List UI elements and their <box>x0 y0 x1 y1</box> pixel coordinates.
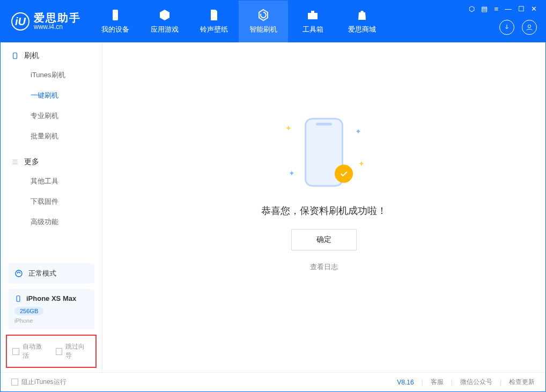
close-button[interactable]: ✕ <box>531 5 537 13</box>
checkbox-block-itunes[interactable]: 阻止iTunes运行 <box>11 378 67 387</box>
phone-small-icon <box>14 295 22 302</box>
nav-label: 爱思商城 <box>348 25 376 34</box>
sidebar-item-download-firmware[interactable]: 下载固件 <box>1 191 102 212</box>
menu-icon[interactable]: ≡ <box>494 5 498 13</box>
main-content: ✦ ✦ ✦ ✦ 恭喜您，保资料刷机成功啦！ 确定 查看日志 <box>102 42 545 373</box>
nav-toolbox[interactable]: 工具箱 <box>288 1 337 42</box>
wechat-link[interactable]: 微信公众号 <box>460 378 492 387</box>
sidebar-item-batch-flash[interactable]: 批量刷机 <box>1 126 102 146</box>
svg-point-3 <box>16 270 22 277</box>
music-file-icon <box>208 9 220 21</box>
checkbox-label: 阻止iTunes运行 <box>21 378 67 387</box>
bag-icon <box>356 9 368 21</box>
account-button[interactable] <box>522 20 537 35</box>
sparkle-icon: ✦ <box>289 169 295 177</box>
app-header: iU 爱思助手 www.i4.cn 我的设备 应用游戏 铃声壁纸 智能刷机 工具… <box>1 1 545 42</box>
list-icon <box>11 158 19 166</box>
check-badge-icon <box>335 165 353 183</box>
sidebar: 刷机 iTunes刷机 一键刷机 专业刷机 批量刷机 更多 其他工具 下载固件 … <box>1 42 102 373</box>
view-log-link[interactable]: 查看日志 <box>310 262 338 272</box>
window-controls: ⬡ ▤ ≡ — ☐ ✕ <box>469 1 537 13</box>
ok-button[interactable]: 确定 <box>291 229 357 250</box>
nav-label: 应用游戏 <box>151 25 179 34</box>
highlight-options: 自动激活 跳过向导 <box>6 335 97 368</box>
phone-icon <box>109 9 122 21</box>
checkbox-skip-guide[interactable]: 跳过向导 <box>56 342 91 360</box>
footer: 阻止iTunes运行 V8.16 | 客服 | 微信公众号 | 检查更新 <box>1 372 545 391</box>
nav-smart-flash[interactable]: 智能刷机 <box>239 1 288 42</box>
svg-rect-2 <box>13 53 17 59</box>
checkbox-icon <box>56 348 63 355</box>
sidebar-section-more: 更多 <box>1 157 102 171</box>
nav-store[interactable]: 爱思商城 <box>337 1 387 42</box>
download-button[interactable] <box>499 20 514 35</box>
checkbox-label: 跳过向导 <box>65 342 90 360</box>
sidebar-item-itunes-flash[interactable]: iTunes刷机 <box>1 65 102 85</box>
toolbox-icon <box>306 9 319 21</box>
sidebar-item-oneclick-flash[interactable]: 一键刷机 <box>1 85 102 106</box>
logo-icon: iU <box>11 12 29 31</box>
nav-apps-games[interactable]: 应用游戏 <box>140 1 189 42</box>
check-update-link[interactable]: 检查更新 <box>509 378 535 387</box>
refresh-hex-icon <box>257 9 270 21</box>
mode-box[interactable]: 正常模式 <box>8 263 94 284</box>
svg-rect-4 <box>17 295 20 301</box>
sidebar-item-other-tools[interactable]: 其他工具 <box>1 171 102 191</box>
top-nav: 我的设备 应用游戏 铃声壁纸 智能刷机 工具箱 爱思商城 <box>91 1 387 42</box>
checkbox-auto-activate[interactable]: 自动激活 <box>12 342 47 360</box>
success-message: 恭喜您，保资料刷机成功啦！ <box>261 204 387 217</box>
sidebar-item-pro-flash[interactable]: 专业刷机 <box>1 106 102 126</box>
nav-label: 我的设备 <box>101 25 129 34</box>
svg-rect-0 <box>113 10 118 20</box>
mode-label: 正常模式 <box>28 269 56 278</box>
app-name: 爱思助手 <box>34 12 81 24</box>
device-name: iPhone XS Max <box>26 294 76 302</box>
section-title: 刷机 <box>24 51 39 61</box>
checkbox-icon <box>11 379 18 386</box>
sidebar-section-flash: 刷机 <box>1 51 102 65</box>
sidebar-item-advanced[interactable]: 高级功能 <box>1 212 102 232</box>
nav-my-device[interactable]: 我的设备 <box>91 1 140 42</box>
support-link[interactable]: 客服 <box>431 378 444 387</box>
nav-ringtone-wallpaper[interactable]: 铃声壁纸 <box>189 1 239 42</box>
checkbox-icon <box>12 348 19 355</box>
nav-label: 智能刷机 <box>249 25 277 34</box>
nav-label: 工具箱 <box>302 25 323 34</box>
device-info-box[interactable]: iPhone XS Max 256GB iPhone <box>8 289 94 329</box>
device-icon <box>11 52 19 60</box>
list-icon[interactable]: ▤ <box>481 5 488 13</box>
device-capacity: 256GB <box>14 307 43 315</box>
maximize-button[interactable]: ☐ <box>518 5 525 13</box>
mode-icon <box>14 269 23 278</box>
shirt-icon[interactable]: ⬡ <box>469 5 475 13</box>
sparkle-icon: ✦ <box>358 159 365 168</box>
version-label: V8.16 <box>397 379 414 386</box>
sparkle-icon: ✦ <box>355 127 361 136</box>
checkbox-label: 自动激活 <box>23 342 47 360</box>
section-title: 更多 <box>24 157 39 167</box>
svg-point-1 <box>528 25 530 27</box>
device-type: iPhone <box>14 317 88 324</box>
sparkle-icon: ✦ <box>285 124 292 132</box>
nav-label: 铃声壁纸 <box>200 25 228 34</box>
logo: iU 爱思助手 www.i4.cn <box>1 1 91 42</box>
app-url: www.i4.cn <box>34 24 81 31</box>
cube-icon <box>158 9 171 21</box>
success-illustration: ✦ ✦ ✦ ✦ <box>281 112 367 193</box>
minimize-button[interactable]: — <box>505 5 512 13</box>
